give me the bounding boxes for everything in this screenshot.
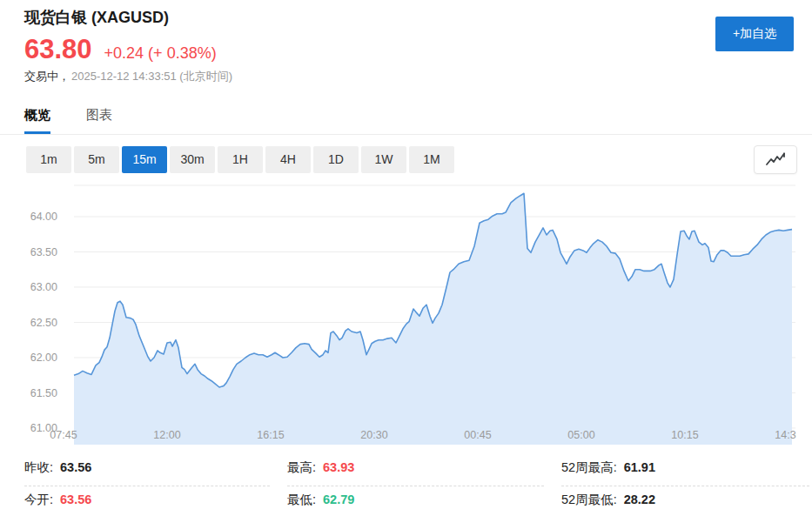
quote-header: 现货白银 (XAGUSD) 63.80 +0.24 (+ 0.38%) 交易中，… — [0, 0, 812, 84]
range-bar: 1m5m15m30m1H4H1D1W1M — [26, 146, 797, 173]
range-row: 1m5m15m30m1H4H1D1W1M — [26, 146, 797, 175]
stat-52w-high: 52周最高:61.91 — [561, 454, 809, 486]
stat-value: 63.56 — [60, 493, 91, 506]
x-axis-label: 07:45 — [50, 429, 77, 441]
price-chart[interactable]: 64.0063.5063.0062.5062.0061.5061.0007:45… — [0, 184, 796, 445]
stat-value: 28.22 — [624, 493, 655, 506]
x-axis-label: 20:30 — [360, 429, 387, 441]
tab-overview[interactable]: 概览 — [24, 107, 50, 134]
y-axis-label: 62.00 — [30, 352, 57, 364]
stat-value: 61.91 — [624, 460, 655, 474]
range-button-30m[interactable]: 30m — [170, 146, 215, 173]
stat-label: 昨收: — [24, 459, 53, 476]
stat-value: 63.93 — [323, 460, 354, 474]
range-button-1M[interactable]: 1M — [409, 146, 454, 173]
range-button-1m[interactable]: 1m — [26, 146, 71, 173]
stat-label: 52周最高: — [561, 459, 617, 476]
y-axis-label: 63.00 — [30, 281, 57, 293]
stat-label: 今开: — [24, 492, 53, 508]
last-price: 63.80 — [24, 34, 92, 65]
range-button-4H[interactable]: 4H — [265, 146, 311, 173]
stat-label: 最低: — [287, 492, 316, 508]
y-axis-label: 64.00 — [30, 211, 57, 223]
y-axis-label: 61.50 — [30, 387, 57, 399]
y-axis-label: 62.50 — [30, 317, 57, 329]
x-axis-label: 10:15 — [671, 429, 698, 441]
x-axis-label: 14:30 — [775, 429, 796, 441]
stat-high: 最高:63.93 — [287, 454, 544, 486]
price-row: 63.80 +0.24 (+ 0.38%) — [24, 34, 795, 65]
stat-prev-close: 昨收:63.56 — [24, 454, 270, 486]
tab-chart[interactable]: 图表 — [86, 107, 112, 134]
quote-page: 现货白银 (XAGUSD) 63.80 +0.24 (+ 0.38%) 交易中，… — [0, 0, 812, 516]
trading-status: 交易中， — [24, 70, 70, 83]
stat-52w-low: 52周最低:28.22 — [561, 486, 809, 516]
price-change: +0.24 (+ 0.38%) — [104, 44, 217, 63]
stat-open: 今开:63.56 — [24, 486, 270, 516]
add-watchlist-button[interactable]: +加自选 — [715, 17, 794, 51]
stat-low: 最低:62.79 — [287, 486, 544, 516]
range-button-1W[interactable]: 1W — [361, 146, 406, 173]
stat-value: 62.79 — [323, 493, 354, 506]
x-axis-label: 16:15 — [257, 429, 284, 441]
trend-line-icon — [765, 152, 786, 168]
stat-label: 52周最低: — [561, 492, 617, 508]
y-axis-label: 63.50 — [30, 246, 57, 258]
x-axis-label: 05:00 — [567, 429, 594, 441]
tab-bar: 概览图表 — [0, 107, 812, 135]
x-axis-label: 12:00 — [153, 429, 180, 441]
status-row: 交易中，2025-12-12 14:33:51 (北京时间) — [24, 69, 795, 84]
instrument-title: 现货白银 (XAGUSD) — [24, 7, 795, 26]
stat-value: 63.56 — [60, 460, 91, 474]
quote-timestamp: 2025-12-12 14:33:51 (北京时间) — [71, 70, 232, 83]
range-button-1D[interactable]: 1D — [313, 146, 359, 173]
stat-label: 最高: — [287, 459, 316, 476]
price-chart-svg: 64.0063.5063.0062.5062.0061.5061.0007:45… — [0, 184, 796, 445]
x-axis-label: 00:45 — [464, 429, 491, 441]
stats-grid: 昨收:63.56最高:63.9352周最高:61.91今开:63.56最低:62… — [0, 454, 812, 516]
range-button-5m[interactable]: 5m — [74, 146, 119, 173]
range-button-1H[interactable]: 1H — [218, 146, 263, 173]
range-button-15m[interactable]: 15m — [122, 146, 167, 173]
chart-style-button[interactable] — [754, 145, 797, 174]
